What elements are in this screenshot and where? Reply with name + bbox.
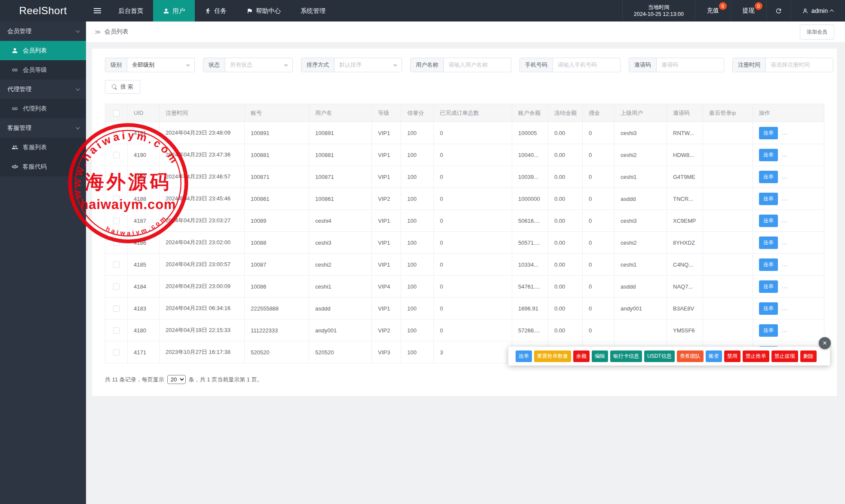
- more-actions-button[interactable]: ...: [782, 195, 788, 202]
- row-select-cell: [105, 166, 128, 188]
- sidebar-item-客服列表[interactable]: 客服列表: [0, 138, 86, 157]
- row-checkbox[interactable]: [113, 218, 120, 224]
- filter-input-邀请码[interactable]: 邀请码: [657, 58, 724, 72]
- refresh-button[interactable]: [766, 0, 790, 22]
- chevron-down-icon: [76, 125, 80, 129]
- table-cell: 0: [434, 188, 512, 210]
- sidebar-group-客服管理[interactable]: 客服管理: [0, 118, 86, 138]
- popup-action-账变[interactable]: 账变: [706, 350, 722, 362]
- more-actions-button[interactable]: ...: [782, 151, 788, 158]
- column-header-冻结金额: 冻结金额: [548, 104, 583, 122]
- filter-select-级别[interactable]: 全部级别: [127, 58, 194, 72]
- row-checkbox[interactable]: [113, 283, 120, 290]
- table-cell: [703, 232, 753, 254]
- table-cell: RNTW...: [667, 122, 703, 144]
- admin-user-menu[interactable]: admin: [790, 0, 845, 22]
- row-checkbox[interactable]: [113, 196, 120, 202]
- more-actions-button[interactable]: ...: [782, 327, 788, 333]
- sidebar-item-会员列表[interactable]: 会员列表: [0, 41, 86, 60]
- popup-action-编辑[interactable]: 编辑: [592, 350, 608, 362]
- row-checkbox[interactable]: [113, 130, 120, 136]
- popup-action-删除[interactable]: 删除: [800, 350, 817, 362]
- table-cell: B3AE8V: [667, 298, 703, 320]
- popup-action-USDT信息[interactable]: USDT信息: [644, 350, 675, 362]
- liandan-button[interactable]: 连单: [759, 324, 778, 337]
- nav-tab-系统管理[interactable]: 系统管理: [291, 0, 335, 22]
- popup-action-禁用[interactable]: 禁用: [724, 350, 741, 362]
- sidebar-group-会员管理[interactable]: 会员管理: [0, 22, 86, 41]
- more-actions-button[interactable]: ...: [782, 305, 788, 311]
- sidebar-item-代理列表[interactable]: 代理列表: [0, 99, 86, 118]
- liandan-button[interactable]: 连单: [759, 127, 778, 139]
- sidebar-item-会员等级[interactable]: 会员等级: [0, 60, 86, 80]
- filter-input-手机号码[interactable]: 请输入手机号码: [553, 58, 620, 72]
- nav-tab-用户[interactable]: 用户: [153, 0, 195, 22]
- popup-close-button[interactable]: ×: [819, 337, 831, 349]
- nav-tab-label: 任务: [214, 7, 227, 15]
- more-actions-button[interactable]: ...: [782, 261, 788, 267]
- liandan-button[interactable]: 连单: [759, 171, 778, 183]
- recharge-nav-item[interactable]: 充值 6: [695, 0, 731, 22]
- more-actions-button[interactable]: ...: [782, 217, 788, 224]
- filter-input-用户名称[interactable]: 请输入用户名称: [444, 58, 511, 72]
- table-cell: [703, 166, 753, 188]
- table-row: 41882024年04月23日 23:45:46100861100861VIP2…: [105, 188, 824, 210]
- popup-action-连单[interactable]: 连单: [516, 350, 532, 362]
- row-checkbox[interactable]: [113, 240, 120, 246]
- popup-action-银行卡信息[interactable]: 银行卡信息: [610, 350, 642, 362]
- liandan-button[interactable]: 连单: [759, 149, 778, 161]
- select-all-checkbox[interactable]: [113, 110, 120, 117]
- more-actions-button[interactable]: ...: [782, 129, 788, 136]
- nav-tab-帮助中心[interactable]: 帮助中心: [237, 0, 291, 22]
- table-cell: 0: [434, 232, 512, 254]
- withdraw-nav-item[interactable]: 提现 0: [731, 0, 766, 22]
- row-checkbox[interactable]: [113, 261, 120, 268]
- table-cell: XC9EMP: [667, 210, 703, 232]
- sidebar-item-客服代码[interactable]: </>客服代码: [0, 157, 86, 176]
- table-cell: [615, 320, 667, 341]
- withdraw-label: 提现: [743, 7, 755, 15]
- more-actions-button[interactable]: ...: [782, 239, 788, 246]
- page-size-select[interactable]: 20: [167, 375, 186, 384]
- row-checkbox[interactable]: [113, 349, 120, 356]
- row-checkbox[interactable]: [113, 305, 120, 312]
- filter-select-排序方式[interactable]: 默认排序: [335, 58, 402, 72]
- table-row: 41912024年04月23日 23:48:09100891100891VIP1…: [105, 122, 824, 144]
- table-cell: 0.00: [548, 144, 583, 166]
- search-button[interactable]: 搜 索: [105, 80, 140, 94]
- table-cell: VIP2: [372, 320, 401, 341]
- more-actions-button[interactable]: ...: [782, 173, 788, 180]
- nav-tab-后台首页[interactable]: 后台首页: [108, 0, 153, 22]
- popup-action-禁止抢单[interactable]: 禁止抢单: [743, 350, 769, 362]
- liandan-button[interactable]: 连单: [759, 193, 778, 205]
- table-cell: 1696.91: [512, 298, 548, 320]
- table-cell: VIP1: [372, 166, 401, 188]
- liandan-button[interactable]: 连单: [759, 302, 778, 315]
- filter-bar: 级别全部级别状态所有状态排序方式默认排序用户名称请输入用户名称手机号码请输入手机…: [105, 58, 837, 72]
- table-row: 41842024年04月23日 23:00:0910086ceshi1VIP41…: [105, 276, 824, 298]
- filter-input-注册时间[interactable]: 请选择注册时间: [766, 58, 833, 72]
- add-member-button[interactable]: 添加会员: [800, 25, 834, 40]
- table-cell: 0: [434, 298, 512, 320]
- row-checkbox[interactable]: [113, 174, 120, 180]
- more-actions-button[interactable]: ...: [782, 283, 788, 289]
- sidebar-group-代理管理[interactable]: 代理管理: [0, 80, 86, 99]
- table-cell: asddd: [309, 298, 372, 320]
- liandan-button[interactable]: 连单: [759, 237, 778, 249]
- row-checkbox[interactable]: [113, 327, 120, 334]
- filter-select-状态[interactable]: 所有状态: [225, 58, 292, 72]
- popup-action-禁止提现[interactable]: 禁止提现: [771, 350, 798, 362]
- table-cell: 3: [434, 341, 512, 363]
- liandan-button[interactable]: 连单: [759, 258, 778, 271]
- popup-action-余额[interactable]: 余额: [573, 350, 590, 362]
- row-checkbox[interactable]: [113, 152, 120, 158]
- liandan-button[interactable]: 连单: [759, 215, 778, 227]
- table-cell: 0: [583, 122, 615, 144]
- popup-action-重置抢单数量[interactable]: 重置抢单数量: [534, 350, 571, 362]
- pagination-prefix: 共 11 条记录，每页显示: [105, 376, 164, 384]
- breadcrumb-bar: ≫ 会员列表 添加会员: [86, 22, 845, 42]
- sidebar-toggle-button[interactable]: [86, 0, 108, 22]
- liandan-button[interactable]: 连单: [759, 280, 778, 293]
- nav-tab-任务[interactable]: 任务: [195, 0, 237, 22]
- popup-action-查看团队[interactable]: 查看团队: [677, 350, 704, 362]
